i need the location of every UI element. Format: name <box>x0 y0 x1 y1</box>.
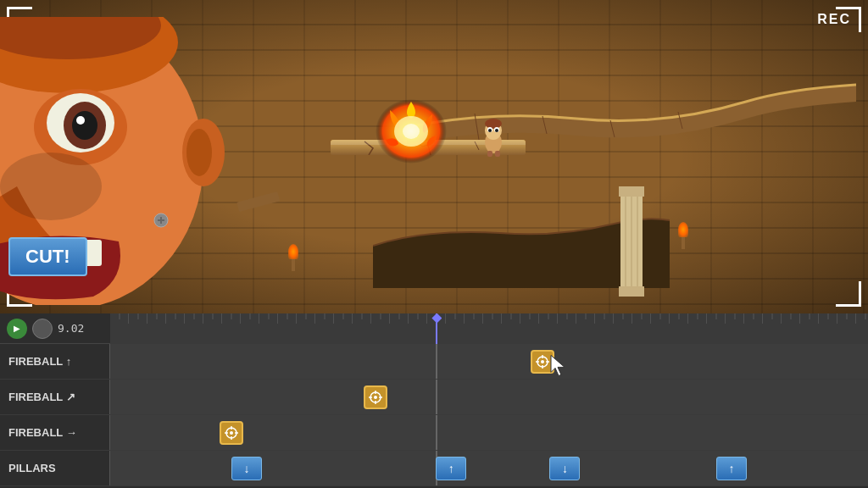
timeline-header: ▶ 9.02 <box>0 313 868 344</box>
timeline-controls: ▶ 9.02 <box>0 319 110 339</box>
rec-indicator: REC <box>817 12 851 27</box>
svg-point-32 <box>403 124 420 139</box>
keyframe-marker[interactable] <box>364 385 387 409</box>
track-lane-pillars[interactable]: ↓ ↑ ↓ ↑ <box>110 451 868 485</box>
pillar-column <box>619 186 644 300</box>
timeline-area: ▶ 9.02 FIREBALL ↑ <box>0 313 868 488</box>
svg-point-6 <box>72 111 97 140</box>
track-label-pillars: PILLARS <box>0 451 110 485</box>
svg-point-46 <box>541 360 544 363</box>
time-display: 9.02 <box>58 322 84 335</box>
svg-rect-28 <box>619 286 644 297</box>
svg-point-7 <box>76 116 85 125</box>
svg-rect-27 <box>619 186 644 197</box>
svg-point-14 <box>0 152 102 220</box>
arrow-btn-up-1[interactable]: ↑ <box>436 457 466 480</box>
svg-rect-41 <box>495 151 500 157</box>
arrow-btn-up-2[interactable]: ↑ <box>716 457 747 480</box>
track-label-fireball-right: FIREBALL → <box>0 415 110 450</box>
svg-point-52 <box>374 396 377 399</box>
player-character <box>479 119 509 160</box>
tracks-container: FIREBALL ↑ <box>0 344 868 486</box>
track-lane-fireball-diag[interactable] <box>110 380 868 414</box>
track-fireball-up: FIREBALL ↑ <box>0 344 868 380</box>
svg-point-38 <box>488 129 492 132</box>
record-button[interactable] <box>32 319 53 339</box>
keyframe-marker[interactable] <box>220 421 243 445</box>
arrow-btn-down-1[interactable]: ↓ <box>231 457 262 480</box>
track-label-fireball-diag: FIREBALL ↗ <box>0 380 110 414</box>
timeline-ruler[interactable] <box>110 313 868 344</box>
play-button[interactable]: ▶ <box>7 319 27 339</box>
svg-point-58 <box>230 431 233 435</box>
curved-platform <box>407 76 856 181</box>
track-fireball-right: FIREBALL → <box>0 415 868 451</box>
svg-point-35 <box>485 119 502 129</box>
cut-button[interactable]: CUT! <box>8 237 87 276</box>
arrow-btn-down-2[interactable]: ↓ <box>549 457 580 480</box>
divider-line <box>436 380 437 414</box>
track-fireball-diag: FIREBALL ↗ <box>0 380 868 415</box>
divider-line <box>436 344 437 379</box>
track-lane-fireball-up[interactable] <box>110 344 868 379</box>
game-viewport: REC <box>0 0 868 313</box>
fireball-explosion <box>373 97 449 169</box>
track-label-fireball-up: FIREBALL ↑ <box>0 344 110 379</box>
svg-rect-44 <box>110 313 868 344</box>
keyframe-marker[interactable] <box>531 350 554 374</box>
svg-point-39 <box>495 129 498 132</box>
svg-rect-13 <box>85 240 102 266</box>
track-pillars: PILLARS ↓ ↑ ↓ ↑ <box>0 451 868 486</box>
track-lane-fireball-right[interactable] <box>110 415 868 450</box>
divider-line <box>436 415 437 450</box>
svg-point-9 <box>186 129 212 176</box>
svg-rect-40 <box>487 151 492 157</box>
